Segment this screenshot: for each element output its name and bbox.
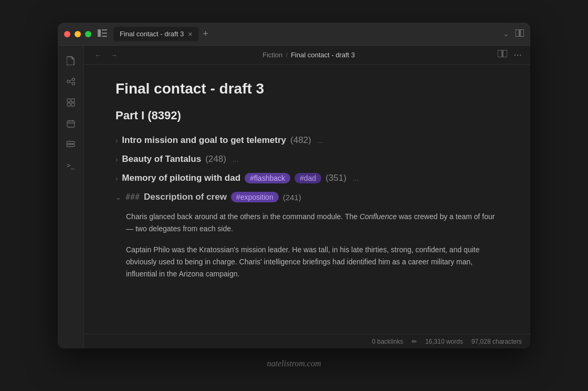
editor[interactable]: Final contact - draft 3 Part I (8392) › … — [84, 65, 530, 334]
sidebar-item-document[interactable] — [62, 52, 79, 69]
svg-rect-1 — [102, 29, 107, 30]
backlinks-count: 0 backlinks — [372, 338, 403, 345]
outline-more-3[interactable]: ... — [353, 174, 359, 182]
section-marker: ### — [125, 192, 140, 202]
outline-title-3: Memory of piloting with dad — [122, 173, 240, 183]
svg-line-10 — [69, 82, 72, 84]
svg-rect-15 — [67, 121, 75, 127]
breadcrumb: Fiction / Final contact - draft 3 — [124, 51, 494, 59]
svg-rect-13 — [67, 103, 70, 106]
chevron-right-icon-2[interactable]: › — [116, 156, 118, 163]
reader-view-icon[interactable] — [498, 50, 507, 60]
tag-exposition[interactable]: #exposition — [231, 192, 279, 202]
breadcrumb-separator: / — [286, 51, 288, 59]
svg-point-7 — [72, 78, 75, 81]
svg-rect-2 — [102, 33, 107, 34]
svg-line-9 — [69, 80, 72, 81]
sidebar-item-calendar[interactable] — [62, 115, 79, 132]
svg-rect-3 — [102, 36, 107, 37]
outline-item-2: › Beauty of Tantalus (248) ... — [116, 154, 499, 164]
outline-title-1: Intro mission and goal to get telemetry — [122, 135, 286, 146]
expanded-section: ⌄ ### Description of crew #exposition (2… — [116, 192, 499, 280]
breadcrumb-bar: ← → Fiction / Final contact - draft 3 — [84, 46, 530, 65]
main-area: >_ ← → Fiction / Final contact - draft 3 — [58, 46, 530, 348]
chevron-right-icon-1[interactable]: › — [116, 137, 118, 145]
svg-rect-19 — [67, 141, 75, 143]
forward-button[interactable]: → — [108, 50, 120, 60]
svg-rect-22 — [503, 50, 507, 57]
characters-count: 97,028 characters — [471, 338, 522, 345]
outline-title-2: Beauty of Tantalus — [122, 154, 201, 164]
svg-rect-0 — [98, 29, 101, 37]
back-button[interactable]: ← — [92, 50, 104, 60]
tag-flashback[interactable]: #flashback — [245, 173, 290, 183]
edit-icon: ✏ — [412, 338, 417, 345]
outline-item-3: › Memory of piloting with dad #flashback… — [116, 173, 499, 183]
svg-rect-12 — [71, 99, 75, 102]
sidebar-item-graph[interactable] — [62, 73, 79, 90]
tab-area: Final contact - draft 3 × + — [113, 27, 503, 41]
words-status: 16,310 words — [425, 338, 463, 345]
sidebar-item-layers[interactable] — [62, 136, 79, 153]
sidebar-item-grid[interactable] — [62, 94, 79, 111]
sidebar-item-terminal[interactable]: >_ — [62, 157, 79, 174]
characters-status: 97,028 characters — [471, 338, 522, 345]
svg-rect-11 — [67, 99, 70, 102]
tag-dad[interactable]: #dad — [295, 173, 321, 183]
svg-point-8 — [72, 83, 75, 85]
titlebar: Final contact - draft 3 × + ⌄ — [58, 23, 530, 46]
chevron-right-icon-3[interactable]: › — [116, 174, 118, 182]
words-count: 16,310 words — [425, 338, 463, 345]
close-button[interactable] — [64, 31, 70, 37]
outline-count-1: (482) — [290, 135, 311, 146]
minimize-button[interactable] — [75, 31, 81, 37]
maximize-button[interactable] — [85, 31, 91, 37]
svg-rect-20 — [67, 145, 75, 147]
sidebar: >_ — [58, 46, 84, 348]
footer-text: natelistrom.com — [267, 359, 321, 368]
split-view-icon[interactable] — [516, 29, 524, 39]
status-bar: 0 backlinks ✏ 16,310 words 97,028 charac… — [84, 334, 530, 348]
outline-item-1: › Intro mission and goal to get telemetr… — [116, 135, 499, 146]
app-window: Final contact - draft 3 × + ⌄ — [58, 23, 530, 348]
new-tab-button[interactable]: + — [203, 28, 208, 39]
section-header: ⌄ ### Description of crew #exposition (2… — [116, 192, 499, 202]
sidebar-toggle-icon[interactable] — [98, 29, 107, 39]
svg-point-6 — [67, 80, 69, 83]
active-tab[interactable]: Final contact - draft 3 × — [113, 27, 198, 41]
section-name: Description of crew — [144, 192, 227, 202]
chevron-down-section-icon[interactable]: ⌄ — [116, 193, 121, 201]
section-count: (241) — [283, 193, 301, 202]
chevron-down-icon[interactable]: ⌄ — [503, 29, 509, 39]
document-title: Final contact - draft 3 — [116, 79, 499, 98]
edit-status[interactable]: ✏ — [412, 338, 417, 345]
svg-rect-21 — [498, 50, 502, 57]
part-heading: Part I (8392) — [116, 109, 499, 122]
paragraph-2: Captain Philo was the Kratossian's missi… — [126, 244, 499, 280]
outline-more-2[interactable]: ... — [233, 155, 239, 163]
tab-close-button[interactable]: × — [188, 30, 192, 38]
desktop: Final contact - draft 3 × + ⌄ — [0, 0, 588, 391]
outline-more-1[interactable]: ... — [318, 136, 324, 145]
more-options-icon[interactable]: ⋯ — [513, 50, 522, 60]
svg-rect-5 — [520, 29, 524, 37]
svg-rect-4 — [516, 29, 519, 37]
svg-rect-14 — [71, 103, 75, 106]
backlinks-status[interactable]: 0 backlinks — [372, 338, 403, 345]
tab-title: Final contact - draft 3 — [120, 30, 184, 38]
outline-count-2: (248) — [205, 154, 226, 164]
content-area: ← → Fiction / Final contact - draft 3 — [84, 46, 530, 348]
breadcrumb-current: Final contact - draft 3 — [291, 51, 355, 59]
outline-count-3: (351) — [326, 173, 346, 183]
paragraph-1: Charis glanced back around at the others… — [126, 211, 499, 235]
traffic-lights — [64, 31, 91, 37]
breadcrumb-actions: ⋯ — [498, 50, 522, 60]
titlebar-controls: ⌄ — [503, 29, 524, 39]
breadcrumb-parent[interactable]: Fiction — [262, 51, 282, 59]
